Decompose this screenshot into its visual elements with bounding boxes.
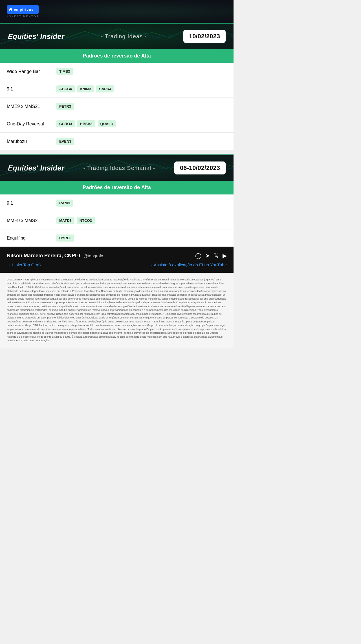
section1-content: Wide Range Bar TIMS3 9.1 ABCB4 ANIM3 SAP…: [0, 63, 234, 150]
telegram-icon[interactable]: ➤: [205, 252, 210, 259]
tags-group: PETR3: [56, 103, 74, 110]
logo-subtitle: INVESTIMENTOS: [7, 15, 39, 18]
twitter-icon[interactable]: 𝕏: [214, 252, 219, 259]
banner-1: Equities' Insider - Trading Ideas - 10/0…: [0, 23, 234, 49]
logo-bar: e empiricus INVESTIMENTOS: [0, 0, 234, 23]
table-row: MME9 x MMS21 MATD3 NTCO3: [0, 212, 234, 229]
tag: TIMS3: [56, 68, 73, 75]
table-row: Engulfing CYRE3: [0, 229, 234, 247]
tag: HBSA3: [77, 120, 95, 127]
banner2-title: Equities' Insider: [8, 164, 64, 172]
footer-top: Nilson Marcelo Pereira, CNPI-T @topgrafx…: [7, 252, 227, 259]
tags-group: TIMS3: [56, 68, 73, 75]
tag: EVEN3: [56, 138, 74, 145]
tags-group: RANI3: [56, 200, 73, 207]
youtube-explanation-link[interactable]: → Assista à explicação do EI no YouTube: [149, 262, 227, 267]
footer-icons: ◯ ➤ 𝕏 ▶: [195, 252, 227, 259]
trade-label: Marubozu: [7, 139, 52, 144]
tag: ABCB4: [56, 85, 75, 92]
logo-name: empiricus: [14, 7, 34, 12]
banner1-title: Equities' Insider: [8, 32, 64, 41]
trade-label: MME9 x MMS21: [7, 104, 52, 109]
footer-name: Nilson Marcelo Pereira, CNPI-T: [7, 253, 81, 258]
tags-group: MATD3 NTCO3: [56, 217, 95, 224]
trade-label: One-Day Reversal: [7, 121, 52, 127]
tag: RANI3: [56, 200, 73, 207]
tag: QUAL3: [98, 120, 116, 127]
table-row: Wide Range Bar TIMS3: [0, 63, 234, 80]
tag: SAPR4: [96, 85, 114, 92]
footer-identity: Nilson Marcelo Pereira, CNPI-T @topgrafx: [7, 253, 103, 259]
table-row: MME9 x MMS21 PETR3: [0, 98, 234, 115]
tag: CYRE3: [56, 234, 74, 242]
tag: PETR3: [56, 103, 74, 110]
tags-group: ABCB4 ANIM3 SAPR4: [56, 85, 114, 92]
banner2-subtitle: - Trading Ideas Semanal -: [64, 165, 174, 171]
trade-label: MME9 x MMS21: [7, 218, 52, 223]
tag: MATD3: [56, 217, 74, 224]
section2-header: Padrões de reversão de Alta: [0, 181, 234, 194]
tags-group: EVEN3: [56, 138, 74, 145]
footer-links: → Links Top Grafx → Assista à explicação…: [7, 262, 227, 267]
section1-header: Padrões de reversão de Alta: [0, 49, 234, 63]
links-top-grafx-link[interactable]: → Links Top Grafx: [7, 262, 41, 267]
footer-handle: @topgrafx: [82, 253, 103, 258]
table-row: Marubozu EVEN3: [0, 133, 234, 150]
banner1-subtitle: - Trading Ideas -: [64, 33, 183, 40]
footer: Nilson Marcelo Pereira, CNPI-T @topgrafx…: [0, 247, 234, 273]
logo-wrapper: e empiricus INVESTIMENTOS: [7, 5, 39, 18]
trade-label: Wide Range Bar: [7, 69, 52, 74]
tags-group: CCRO3 HBSA3 QUAL3: [56, 120, 116, 127]
logo-box: e empiricus: [7, 5, 39, 14]
trade-label: 9.1: [7, 201, 52, 206]
logo-icon: e: [9, 6, 12, 13]
table-row: One-Day Reversal CCRO3 HBSA3 QUAL3: [0, 115, 234, 133]
trade-label: Engulfing: [7, 236, 52, 241]
table-row: 9.1 ABCB4 ANIM3 SAPR4: [0, 80, 234, 98]
table-row: 9.1 RANI3: [0, 194, 234, 212]
tag: NTCO3: [77, 217, 95, 224]
section2-content: 9.1 RANI3 MME9 x MMS21 MATD3 NTCO3 Engul…: [0, 194, 234, 247]
tag: CCRO3: [56, 120, 75, 127]
disclaimer: DISCLAIMER – A Empiricus Investimentos é…: [0, 273, 234, 348]
banner1-date: 10/02/2023: [183, 30, 226, 43]
instagram-icon[interactable]: ◯: [195, 252, 201, 259]
banner-2: Equities' Insider - Trading Ideas Semana…: [0, 154, 234, 181]
tags-group: CYRE3: [56, 234, 74, 242]
banner2-date: 06-10/02/2023: [174, 161, 226, 174]
youtube-icon[interactable]: ▶: [223, 252, 227, 259]
trade-label: 9.1: [7, 87, 52, 92]
tag: ANIM3: [77, 85, 94, 92]
